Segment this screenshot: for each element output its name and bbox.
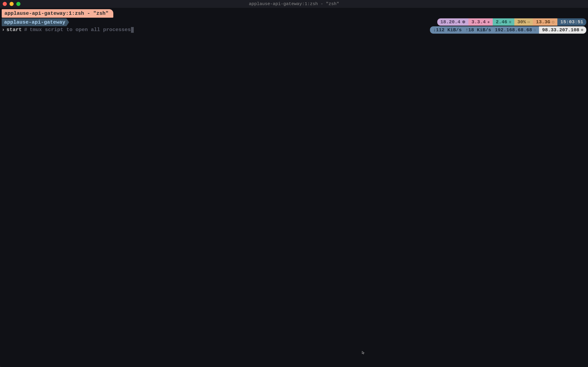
maximize-button[interactable] <box>16 2 20 6</box>
net-down-value: ↓112 KiB/s <box>433 27 462 33</box>
stat-time: 15:03:51 <box>557 18 586 26</box>
cpu-icon: ▭ <box>527 20 530 24</box>
status-bottom-row: ↓112 KiB/s ↑18 KiB/s 192.168.68.68 ⌂ 98.… <box>430 26 586 34</box>
prompt-path-segment: applause-api-gateway <box>2 18 69 26</box>
stat-ruby: 3.3.4 ◆ <box>468 18 493 26</box>
prompt-section: applause-api-gateway master › start # tm… <box>2 18 134 33</box>
comment-hash: # <box>24 26 27 33</box>
mem-icon: ◯ <box>552 20 554 24</box>
mem-value: 13.3G <box>536 19 550 25</box>
time-value: 15:03:51 <box>561 19 583 25</box>
prompt-branch-segment: master <box>66 18 95 26</box>
main-row: applause-api-gateway master › start # tm… <box>0 18 588 34</box>
load-icon: ≋ <box>509 20 511 24</box>
path-label: applause-api-gateway <box>4 19 65 25</box>
status-right: 18.20.4 ⬢ 3.3.4 ◆ 2.46 ≋ 30% ▭ 13.3G ◯ <box>430 18 586 34</box>
prompt-segments: applause-api-gateway master <box>2 18 134 26</box>
ruby-icon: ◆ <box>487 20 490 24</box>
close-button[interactable] <box>3 2 7 6</box>
globe-icon: ⊕ <box>581 28 583 32</box>
cpu-value: 30% <box>517 19 526 25</box>
local-ip-value: 192.168.68.68 <box>495 27 532 33</box>
prompt-symbol: › <box>2 26 5 33</box>
mouse-cursor <box>361 351 365 355</box>
cursor <box>131 27 134 33</box>
net-up-value: ↑18 KiB/s <box>465 27 491 33</box>
command-line[interactable]: › start # tmux script to open all proces… <box>2 26 134 33</box>
traffic-lights <box>3 2 20 6</box>
titlebar: applause-api-gateway:1:zsh - "zsh" <box>0 0 588 8</box>
public-ip-value: 98.33.207.108 <box>542 27 579 33</box>
stat-network: ↓112 KiB/s ↑18 KiB/s 192.168.68.68 ⌂ <box>430 26 539 34</box>
stat-node: 18.20.4 ⬢ <box>437 18 468 26</box>
node-value: 18.20.4 <box>440 19 460 25</box>
tab-label: applause-api-gateway:1:zsh - "zsh" <box>4 10 109 16</box>
node-icon: ⬢ <box>462 20 465 24</box>
status-top-row: 18.20.4 ⬢ 3.3.4 ◆ 2.46 ≋ 30% ▭ 13.3G ◯ <box>437 18 586 26</box>
tab-active[interactable]: applause-api-gateway:1:zsh - "zsh" <box>2 9 113 18</box>
terminal-window: applause-api-gateway:1:zsh - "zsh" appla… <box>0 0 588 367</box>
tab-bar: applause-api-gateway:1:zsh - "zsh" <box>0 8 588 18</box>
stat-cpu: 30% ▭ <box>514 18 533 26</box>
comment-text: tmux script to open all processes <box>30 26 131 33</box>
minimize-button[interactable] <box>9 2 14 6</box>
stat-load: 2.46 ≋ <box>493 18 514 26</box>
branch-label: master <box>71 19 89 25</box>
window-title: applause-api-gateway:1:zsh - "zsh" <box>249 1 339 7</box>
ruby-value: 3.3.4 <box>471 19 486 25</box>
home-icon: ⌂ <box>534 28 536 32</box>
command-text: start <box>7 26 22 33</box>
stat-mem: 13.3G ◯ <box>533 18 557 26</box>
stat-public-ip: 98.33.207.108 ⊕ <box>539 26 586 34</box>
load-value: 2.46 <box>496 19 507 25</box>
